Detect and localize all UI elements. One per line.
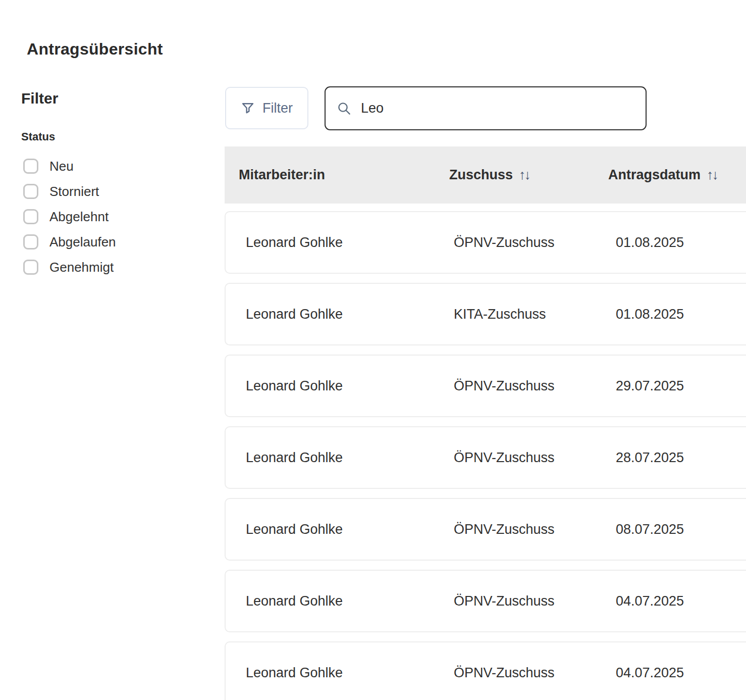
cell-zuschuss: ÖPNV-Zuschuss <box>450 522 609 537</box>
status-checkbox-neu[interactable] <box>23 159 38 174</box>
cell-zuschuss: KITA-Zuschuss <box>450 307 609 322</box>
cell-antragsdatum: 08.07.2025 <box>609 522 746 537</box>
status-option-label[interactable]: Abgelehnt <box>49 209 109 225</box>
cell-antragsdatum: 04.07.2025 <box>609 593 746 609</box>
table-row[interactable]: Leonard Gohlke KITA-Zuschuss 01.08.2025 <box>225 283 746 345</box>
cell-antragsdatum: 04.07.2025 <box>609 665 746 681</box>
status-option-neu: Neu <box>21 159 203 174</box>
cell-mitarbeiter: Leonard Gohlke <box>226 450 450 466</box>
cell-mitarbeiter: Leonard Gohlke <box>226 522 450 537</box>
cell-mitarbeiter: Leonard Gohlke <box>226 665 450 681</box>
table-row[interactable]: Leonard Gohlke ÖPNV-Zuschuss 01.08.2025 <box>225 211 746 274</box>
status-group-label: Status <box>21 130 203 143</box>
status-option-abgelaufen: Abgelaufen <box>21 234 203 249</box>
cell-zuschuss: ÖPNV-Zuschuss <box>450 665 609 681</box>
search-box <box>325 86 647 130</box>
funnel-icon <box>241 101 255 115</box>
status-option-label[interactable]: Genehmigt <box>49 260 114 275</box>
applications-table: Mitarbeiter:in Zuschuss ↑↓ Antragsdatum … <box>225 146 746 700</box>
cell-zuschuss: ÖPNV-Zuschuss <box>450 450 609 466</box>
table-row[interactable]: Leonard Gohlke ÖPNV-Zuschuss 08.07.2025 <box>225 498 746 561</box>
filter-panel: Filter Status Neu Storniert Abgelehnt Ab… <box>21 90 203 285</box>
cell-antragsdatum: 28.07.2025 <box>609 450 746 466</box>
page-title: Antragsübersicht <box>27 40 163 59</box>
search-input[interactable] <box>361 101 634 116</box>
filter-button-label: Filter <box>262 101 293 116</box>
cell-antragsdatum: 01.08.2025 <box>609 307 746 322</box>
status-option-label[interactable]: Neu <box>49 159 74 174</box>
status-option-genehmigt: Genehmigt <box>21 260 203 275</box>
cell-zuschuss: ÖPNV-Zuschuss <box>450 593 609 609</box>
status-checkbox-storniert[interactable] <box>23 184 38 199</box>
column-header-antragsdatum[interactable]: Antragsdatum ↑↓ <box>608 167 746 183</box>
table-header: Mitarbeiter:in Zuschuss ↑↓ Antragsdatum … <box>225 146 746 204</box>
filter-heading: Filter <box>21 90 203 107</box>
table-row[interactable]: Leonard Gohlke ÖPNV-Zuschuss 28.07.2025 <box>225 426 746 489</box>
status-checkbox-genehmigt[interactable] <box>23 260 38 275</box>
status-checkbox-abgelaufen[interactable] <box>23 234 38 249</box>
table-row[interactable]: Leonard Gohlke ÖPNV-Zuschuss 04.07.2025 <box>225 641 746 700</box>
cell-zuschuss: ÖPNV-Zuschuss <box>450 378 609 394</box>
column-header-label: Zuschuss <box>449 167 513 183</box>
column-header-zuschuss[interactable]: Zuschuss ↑↓ <box>449 167 608 183</box>
status-option-label[interactable]: Storniert <box>49 184 99 199</box>
table-body: Leonard Gohlke ÖPNV-Zuschuss 01.08.2025 … <box>225 211 746 700</box>
cell-mitarbeiter: Leonard Gohlke <box>226 235 450 251</box>
cell-antragsdatum: 01.08.2025 <box>609 235 746 251</box>
cell-zuschuss: ÖPNV-Zuschuss <box>450 235 609 251</box>
table-row[interactable]: Leonard Gohlke ÖPNV-Zuschuss 29.07.2025 <box>225 355 746 417</box>
column-header-label: Antragsdatum <box>608 167 701 183</box>
search-icon <box>337 101 352 116</box>
status-checkbox-abgelehnt[interactable] <box>23 209 38 224</box>
filter-button[interactable]: Filter <box>225 87 308 129</box>
sort-icon[interactable]: ↑↓ <box>519 167 529 183</box>
cell-antragsdatum: 29.07.2025 <box>609 378 746 394</box>
table-row[interactable]: Leonard Gohlke ÖPNV-Zuschuss 04.07.2025 <box>225 570 746 632</box>
column-header-label: Mitarbeiter:in <box>239 167 325 183</box>
column-header-mitarbeiter: Mitarbeiter:in <box>225 167 449 183</box>
sort-icon[interactable]: ↑↓ <box>707 167 717 183</box>
status-option-label[interactable]: Abgelaufen <box>49 234 116 250</box>
cell-mitarbeiter: Leonard Gohlke <box>226 378 450 394</box>
cell-mitarbeiter: Leonard Gohlke <box>226 593 450 609</box>
status-option-abgelehnt: Abgelehnt <box>21 209 203 224</box>
cell-mitarbeiter: Leonard Gohlke <box>226 307 450 322</box>
status-option-storniert: Storniert <box>21 184 203 199</box>
